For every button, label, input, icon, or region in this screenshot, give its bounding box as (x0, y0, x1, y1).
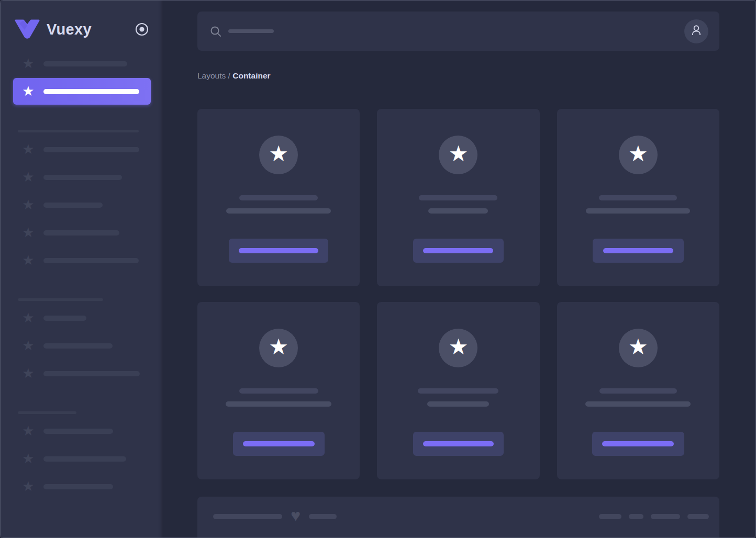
sidebar-menu-item[interactable]: ★ (1, 198, 163, 212)
sidebar-menu-item[interactable]: ★ (1, 339, 163, 353)
card-action-button[interactable] (233, 432, 325, 456)
breadcrumb-separator: / (226, 71, 232, 80)
card-action-button[interactable] (593, 239, 684, 263)
card-subtitle-skeleton (585, 401, 691, 407)
search-bar[interactable] (197, 12, 719, 51)
card-subtitle-skeleton (226, 208, 331, 214)
card-subtitle-skeleton (226, 401, 331, 407)
card-subtitle-skeleton (428, 208, 488, 214)
star-icon: ★ (21, 84, 35, 98)
star-icon: ★ (21, 424, 35, 438)
app-title: Vuexy (47, 21, 92, 38)
menu-label-skeleton (43, 89, 139, 94)
menu-label-skeleton (43, 203, 103, 208)
card-title-skeleton (418, 388, 498, 394)
menu-label-skeleton (43, 61, 127, 66)
button-label-skeleton (603, 248, 673, 253)
user-avatar[interactable] (684, 19, 708, 43)
card-title-skeleton (419, 195, 497, 200)
star-icon: ★ (21, 366, 35, 380)
star-badge: ★ (439, 136, 477, 174)
star-icon: ★ (21, 226, 35, 239)
menu-label-skeleton (43, 484, 113, 489)
content-card: ★ (377, 302, 539, 479)
content-card: ★ (197, 109, 360, 286)
sidebar: Vuexy ★ ★ ★ ★ ★ ★ ★ ★ ★ (1, 1, 163, 537)
star-icon: ★ (21, 142, 35, 156)
card-action-button[interactable] (413, 432, 504, 456)
star-icon: ★ (628, 336, 648, 358)
menu-section: ★ ★ ★ ★ ★ (1, 130, 163, 268)
button-label-skeleton (423, 441, 494, 446)
star-icon: ★ (269, 336, 288, 358)
sidebar-menu-item[interactable]: ★ (13, 78, 151, 105)
sidebar-menu-item[interactable]: ★ (1, 366, 163, 381)
sidebar-menu-item[interactable]: ★ (1, 253, 163, 268)
menu-label-skeleton (43, 258, 139, 263)
search-icon (210, 26, 221, 37)
card-action-button[interactable] (592, 432, 684, 456)
search-placeholder-skeleton (228, 29, 274, 33)
vuexy-logo-icon (15, 19, 40, 39)
breadcrumb-section[interactable]: Layouts (197, 71, 226, 80)
main-content: Layouts / Container ★ ★ ★ ★ (163, 1, 755, 538)
footer-text-skeleton (213, 514, 282, 519)
menu-section: ★ ★ ★ (1, 411, 163, 494)
star-badge: ★ (439, 329, 477, 367)
card-title-skeleton (599, 195, 677, 200)
footer-link-skeleton (651, 514, 680, 519)
card-subtitle-skeleton (586, 208, 690, 214)
star-icon: ★ (21, 311, 35, 324)
person-icon (690, 24, 703, 39)
card-title-skeleton (599, 388, 677, 394)
card-action-button[interactable] (413, 239, 504, 263)
footer-link-skeleton (629, 514, 643, 519)
sidebar-menu-item[interactable]: ★ (1, 452, 163, 466)
footer-text-skeleton (309, 514, 337, 519)
breadcrumb-current: Container (232, 71, 270, 80)
content-card: ★ (557, 109, 719, 286)
menu-section: ★ ★ ★ (1, 298, 163, 381)
menu-section-header-skeleton (18, 298, 103, 301)
sidebar-menu-item[interactable]: ★ (1, 142, 163, 157)
sidebar-menu-item[interactable]: ★ (1, 57, 163, 71)
card-title-skeleton (239, 195, 318, 200)
sidebar-menu-item[interactable]: ★ (1, 479, 163, 494)
star-badge: ★ (619, 136, 658, 174)
star-icon: ★ (21, 57, 35, 70)
app-window: Vuexy ★ ★ ★ ★ ★ ★ ★ ★ ★ (0, 0, 756, 538)
star-icon: ★ (21, 170, 35, 184)
radio-circle-icon[interactable] (135, 22, 149, 37)
card-title-skeleton (239, 388, 318, 394)
sidebar-header: Vuexy (1, 1, 163, 40)
star-badge: ★ (619, 329, 658, 367)
menu-label-skeleton (43, 230, 119, 236)
star-badge: ★ (259, 136, 298, 174)
star-icon: ★ (449, 143, 469, 165)
card-subtitle-skeleton (427, 401, 489, 407)
footer-link-skeleton (687, 514, 709, 519)
menu-label-skeleton (43, 371, 140, 376)
star-icon: ★ (449, 336, 469, 358)
card-grid: ★ ★ ★ ★ ★ (197, 109, 719, 479)
footer-link-skeleton (599, 514, 621, 519)
heart-icon: ♥ (291, 507, 301, 524)
button-label-skeleton (423, 248, 493, 253)
card-action-button[interactable] (229, 239, 328, 263)
sidebar-menu-item[interactable]: ★ (1, 226, 163, 240)
content-card: ★ (197, 302, 360, 479)
sidebar-menu-item[interactable]: ★ (1, 311, 163, 326)
menu-label-skeleton (43, 429, 113, 434)
star-icon: ★ (269, 143, 288, 165)
footer-card: ♥ (197, 497, 719, 538)
menu-label-skeleton (43, 175, 122, 180)
menu-label-skeleton (43, 343, 113, 349)
sidebar-menu-item[interactable]: ★ (1, 170, 163, 185)
sidebar-menu-item[interactable]: ★ (1, 424, 163, 439)
breadcrumb: Layouts / Container (197, 70, 719, 82)
star-icon: ★ (21, 339, 35, 352)
star-icon: ★ (21, 452, 35, 465)
star-icon: ★ (21, 479, 35, 493)
sidebar-menu: ★ ★ ★ ★ ★ ★ ★ ★ ★ ★ ★ ★ ★ (1, 40, 163, 494)
content-card: ★ (557, 302, 719, 479)
